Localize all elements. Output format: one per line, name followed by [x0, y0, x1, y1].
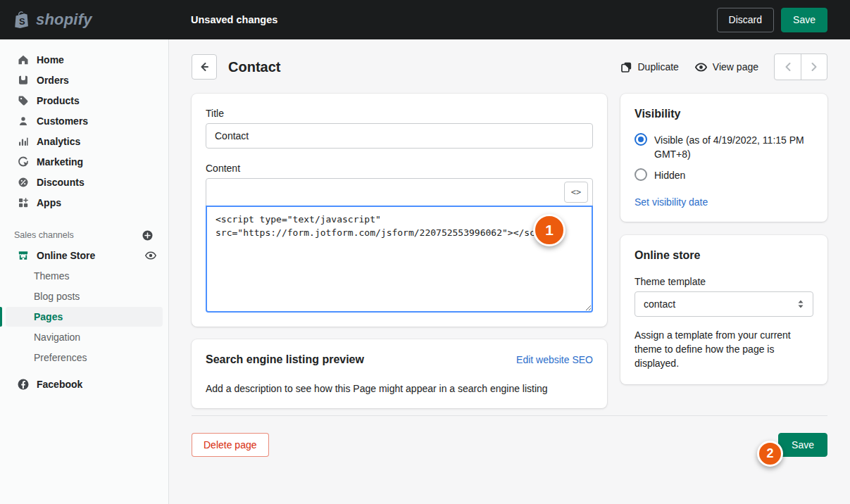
online-store-card: Online store Theme template contact Assi…: [620, 235, 827, 384]
title-input[interactable]: [206, 123, 593, 149]
back-arrow-icon: [198, 61, 211, 73]
edit-website-seo-link[interactable]: Edit website SEO: [516, 354, 593, 365]
visibility-card: Visibility Visible (as of 4/19/2022, 11:…: [620, 94, 827, 222]
hidden-radio-option[interactable]: Hidden: [635, 168, 813, 182]
topbar: S shopify Unsaved changes Discard Save: [0, 0, 850, 39]
sidebar-item-products[interactable]: Products: [6, 91, 163, 111]
sidebar-item-label: Products: [37, 95, 80, 106]
page-header-actions: Duplicate View page: [620, 53, 827, 80]
shopify-wordmark: shopify: [36, 11, 92, 29]
sidebar-item-online-store[interactable]: Online Store: [6, 246, 163, 265]
online-store-description: Assign a template from your current them…: [635, 328, 813, 370]
duplicate-icon: [620, 61, 632, 73]
visible-radio-option[interactable]: Visible (as of 4/19/2022, 11:15 PM GMT+8…: [635, 133, 813, 161]
sidebar-item-apps[interactable]: Apps: [6, 193, 163, 213]
page-edit-card: Title Content <> <script type="text/java…: [192, 94, 607, 327]
sidebar-item-label: Facebook: [37, 379, 82, 390]
show-html-button[interactable]: <>: [564, 182, 588, 203]
right-column: Visibility Visible (as of 4/19/2022, 11:…: [620, 94, 827, 384]
page-header: Contact Duplicate View page: [192, 53, 827, 80]
sidebar-item-label: Orders: [37, 75, 69, 86]
facebook-icon: [17, 378, 30, 391]
back-button[interactable]: [192, 54, 217, 80]
sidebar-item-label: Marketing: [37, 156, 83, 168]
discounts-icon: [17, 176, 30, 189]
shopify-bag-icon: S: [13, 10, 31, 30]
selected-indicator-bar: [0, 307, 2, 327]
svg-text:S: S: [19, 16, 25, 27]
sales-channels-label: Sales channels: [14, 230, 74, 240]
duplicate-label: Duplicate: [637, 61, 678, 73]
set-visibility-date-link[interactable]: Set visibility date: [635, 196, 708, 208]
seo-preview-card: Search engine listing preview Edit websi…: [192, 339, 607, 408]
sidebar-item-label: Customers: [37, 115, 88, 127]
sidebar-item-label: Discounts: [37, 177, 85, 188]
sales-channels-header: Sales channels: [0, 225, 168, 245]
duplicate-button[interactable]: Duplicate: [620, 61, 678, 73]
sidebar-subitem-preferences[interactable]: Preferences: [6, 348, 163, 367]
sidebar-item-label: Apps: [37, 197, 61, 208]
next-page-button[interactable]: [801, 54, 827, 80]
visible-option-label: Visible (as of 4/19/2022, 11:15 PM GMT+8…: [654, 133, 813, 161]
sidebar-item-label: Home: [37, 54, 64, 65]
sidebar-item-customers[interactable]: Customers: [6, 111, 163, 131]
online-store-card-title: Online store: [635, 249, 813, 262]
page-title: Contact: [228, 59, 280, 75]
home-icon: [17, 53, 30, 66]
unsaved-changes-status: Unsaved changes: [191, 0, 277, 39]
page-footer: Delete page Save: [192, 415, 827, 457]
hidden-option-label: Hidden: [654, 168, 685, 182]
sidebar-item-home[interactable]: Home: [6, 50, 163, 70]
content-field-label: Content: [206, 163, 593, 174]
view-page-eye-icon: [694, 61, 708, 74]
sidebar-subitem-blog-posts[interactable]: Blog posts: [6, 286, 163, 306]
radio-unselected-icon[interactable]: [635, 168, 647, 181]
footer-save-button[interactable]: Save: [778, 433, 827, 457]
customers-icon: [17, 115, 30, 127]
content-code-textarea[interactable]: <script type="text/javascript" src="http…: [206, 206, 593, 313]
view-page-button[interactable]: View page: [694, 61, 758, 74]
sidebar: Home Orders Products Customers Analytics…: [0, 39, 169, 504]
storefront-icon: [17, 249, 30, 262]
sidebar-subitem-navigation[interactable]: Navigation: [6, 327, 163, 347]
orders-icon: [17, 74, 30, 87]
analytics-icon: [17, 135, 30, 148]
add-sales-channel-icon[interactable]: [142, 230, 153, 241]
sidebar-item-discounts[interactable]: Discounts: [6, 172, 163, 192]
apps-icon: [17, 196, 30, 209]
select-arrows-icon: [797, 299, 804, 309]
sidebar-item-analytics[interactable]: Analytics: [6, 132, 163, 151]
visibility-card-title: Visibility: [635, 108, 813, 120]
marketing-icon: [17, 156, 30, 168]
sidebar-subitem-themes[interactable]: Themes: [6, 266, 163, 286]
theme-template-value: contact: [644, 298, 675, 310]
title-field-label: Title: [206, 108, 593, 119]
main-content: Contact Duplicate View page: [169, 39, 850, 504]
sidebar-item-label: Online Store: [37, 250, 95, 261]
delete-page-button[interactable]: Delete page: [192, 433, 269, 457]
sidebar-item-label: Analytics: [37, 136, 80, 147]
previous-page-button[interactable]: [775, 54, 801, 80]
radio-selected-icon[interactable]: [635, 133, 647, 146]
seo-description: Add a description to see how this Page m…: [206, 383, 593, 394]
theme-template-label: Theme template: [635, 276, 813, 287]
left-column: Title Content <> <script type="text/java…: [192, 94, 607, 408]
seo-card-title: Search engine listing preview: [206, 353, 364, 366]
rich-text-toolbar: <>: [206, 178, 593, 206]
shopify-logo: S shopify: [13, 0, 92, 39]
theme-template-select[interactable]: contact: [635, 291, 813, 317]
topbar-save-button[interactable]: Save: [781, 8, 827, 32]
topbar-actions: Discard Save: [717, 0, 827, 39]
sidebar-item-facebook[interactable]: Facebook: [6, 374, 163, 394]
preview-store-eye-icon[interactable]: [144, 249, 157, 262]
sidebar-subitem-pages[interactable]: Pages: [6, 307, 163, 327]
view-page-label: View page: [713, 61, 758, 73]
discard-button[interactable]: Discard: [717, 8, 774, 32]
pagination: [774, 53, 827, 80]
sidebar-item-marketing[interactable]: Marketing: [6, 152, 163, 172]
sidebar-item-orders[interactable]: Orders: [6, 70, 163, 90]
products-icon: [17, 94, 30, 107]
